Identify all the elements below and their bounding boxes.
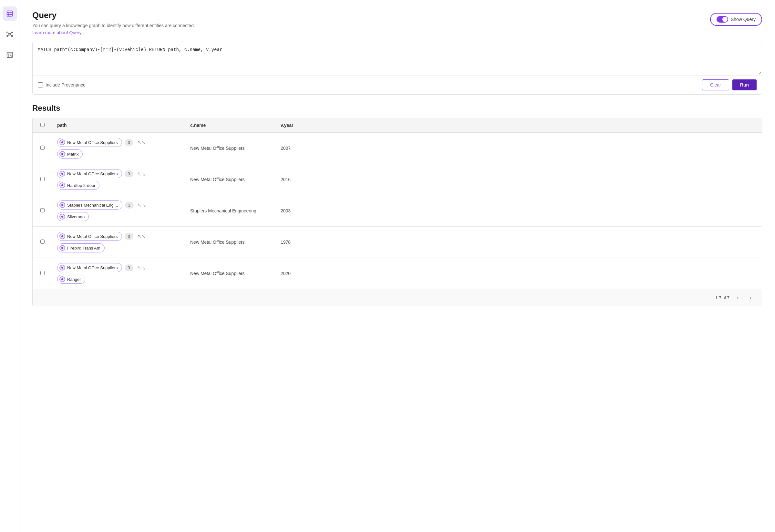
pagination-info: 1-7 of 7: [715, 295, 729, 300]
entity-badge-label: Silverado: [67, 214, 85, 219]
entity-icon: [59, 245, 65, 251]
table-row: Staplers Mechanical Engi...3↖↘SilveradoS…: [33, 195, 762, 227]
table-row: New Metal Office Suppliers3↖↘RangerNew M…: [33, 258, 762, 289]
row-cname-cell: New Metal Office Suppliers: [185, 164, 275, 195]
svg-point-8: [11, 36, 13, 37]
row-checkbox-cell: [33, 164, 52, 195]
entity-badge-node2[interactable]: Matrix: [57, 149, 83, 159]
entity-badge-node2[interactable]: Hardtop 2-door: [57, 181, 99, 190]
path-row-bottom: Matrix: [57, 149, 180, 159]
results-table-wrapper: path c.name v.year New Metal Office Supp…: [32, 118, 762, 306]
header-vyear: v.year: [275, 118, 762, 133]
entity-badge-label: New Metal Office Suppliers: [67, 234, 118, 239]
query-footer: Include Provenance Clear Run: [33, 75, 762, 94]
expand-path-icon[interactable]: ↖↘: [137, 139, 146, 146]
entity-badge-label: Matrix: [67, 152, 78, 157]
entity-badge-node2[interactable]: Firebird Trans Am: [57, 243, 105, 252]
show-query-label: Show Query: [731, 17, 756, 22]
header-path: path: [52, 118, 185, 133]
provenance-label: Include Provenance: [46, 82, 86, 87]
row-checkbox[interactable]: [40, 240, 45, 244]
sidebar: [0, 0, 19, 532]
provenance-checkbox[interactable]: [38, 82, 43, 87]
expand-path-icon[interactable]: ↖↘: [137, 265, 146, 271]
table-row: New Metal Office Suppliers3↖↘Hardtop 2-d…: [33, 164, 762, 195]
main-content: Query You can query a knowledge graph to…: [19, 0, 775, 532]
row-vyear-cell: 2007: [275, 133, 762, 164]
table-footer: 1-7 of 7 ‹ ›: [33, 289, 762, 306]
entity-badge-node1[interactable]: New Metal Office Suppliers: [57, 263, 122, 272]
row-checkbox[interactable]: [40, 271, 45, 275]
query-header-left: Query You can query a knowledge graph to…: [32, 10, 195, 42]
row-vyear-cell: 2020: [275, 258, 762, 289]
entity-badge-node1[interactable]: Staplers Mechanical Engi...: [57, 200, 122, 210]
expand-path-icon[interactable]: ↖↘: [138, 202, 146, 208]
row-path-cell: New Metal Office Suppliers3↖↘Matrix: [52, 133, 185, 164]
show-query-toggle-button[interactable]: Show Query: [710, 13, 762, 26]
svg-line-10: [10, 33, 11, 34]
path-cell: New Metal Office Suppliers3↖↘Hardtop 2-d…: [57, 169, 180, 190]
row-cname-cell: Staplers Mechanical Engineering: [185, 195, 275, 227]
entity-icon: [59, 233, 65, 239]
row-checkbox-cell: [33, 195, 52, 227]
path-row-top: New Metal Office Suppliers3↖↘: [57, 169, 180, 178]
path-row-bottom: Hardtop 2-door: [57, 181, 180, 190]
entity-badge-label: Staplers Mechanical Engi...: [67, 203, 118, 208]
entity-badge-label: Ranger: [67, 277, 81, 282]
row-path-cell: Staplers Mechanical Engi...3↖↘Silverado: [52, 195, 185, 227]
hop-count-badge: 3: [125, 264, 133, 271]
row-vyear-cell: 2016: [275, 164, 762, 195]
entity-badge-node2[interactable]: Ranger: [57, 275, 85, 284]
entity-badge-label: Hardtop 2-door: [67, 183, 95, 188]
row-path-cell: New Metal Office Suppliers3↖↘Hardtop 2-d…: [52, 164, 185, 195]
row-checkbox[interactable]: [40, 177, 45, 181]
expand-path-icon[interactable]: ↖↘: [137, 233, 146, 240]
svg-line-11: [8, 35, 9, 36]
path-cell: Staplers Mechanical Engi...3↖↘Silverado: [57, 200, 180, 221]
entity-badge-label: New Metal Office Suppliers: [67, 265, 118, 270]
svg-point-6: [11, 32, 13, 33]
entity-icon: [59, 276, 65, 282]
path-row-bottom: Firebird Trans Am: [57, 243, 180, 252]
svg-rect-13: [7, 52, 12, 58]
entity-icon: [59, 182, 65, 188]
results-title: Results: [32, 104, 762, 113]
select-all-checkbox[interactable]: [40, 123, 45, 127]
entity-badge-node2[interactable]: Silverado: [57, 212, 89, 221]
next-page-button[interactable]: ›: [746, 293, 755, 302]
query-textarea[interactable]: MATCH path=(c:Company)-[r*2]-(v:Vehicle)…: [33, 42, 762, 74]
provenance-checkbox-wrapper[interactable]: Include Provenance: [38, 82, 86, 87]
learn-more-link[interactable]: Learn more about Query: [32, 30, 82, 35]
header-checkbox-col: [33, 118, 52, 133]
hop-count-badge: 3: [125, 170, 133, 177]
row-checkbox-cell: [33, 227, 52, 258]
path-cell: New Metal Office Suppliers3↖↘Firebird Tr…: [57, 232, 180, 252]
row-cname-cell: New Metal Office Suppliers: [185, 227, 275, 258]
sidebar-item-export[interactable]: [3, 48, 17, 62]
row-checkbox[interactable]: [40, 208, 45, 212]
entity-badge-node1[interactable]: New Metal Office Suppliers: [57, 169, 122, 178]
expand-path-icon[interactable]: ↖↘: [137, 171, 146, 177]
prev-page-button[interactable]: ‹: [733, 293, 742, 302]
row-path-cell: New Metal Office Suppliers3↖↘Firebird Tr…: [52, 227, 185, 258]
sidebar-item-graph[interactable]: [3, 27, 17, 41]
path-row-top: New Metal Office Suppliers3↖↘: [57, 263, 180, 272]
sidebar-item-table[interactable]: [3, 6, 17, 21]
entity-icon: [59, 139, 65, 145]
path-row-bottom: Silverado: [57, 212, 180, 221]
query-box: MATCH path=(c:Company)-[r*2]-(v:Vehicle)…: [32, 42, 762, 95]
row-checkbox[interactable]: [40, 146, 45, 150]
toggle-switch: [717, 16, 728, 23]
table-header: path c.name v.year: [33, 118, 762, 133]
svg-rect-0: [7, 11, 12, 16]
run-button[interactable]: Run: [732, 79, 757, 90]
entity-badge-node1[interactable]: New Metal Office Suppliers: [57, 232, 122, 241]
hop-count-badge: 3: [125, 139, 133, 146]
svg-point-5: [6, 32, 8, 33]
row-cname-cell: New Metal Office Suppliers: [185, 133, 275, 164]
toggle-knob: [722, 17, 728, 22]
query-header-row: Query You can query a knowledge graph to…: [32, 10, 762, 42]
svg-line-9: [8, 33, 9, 34]
entity-badge-node1[interactable]: New Metal Office Suppliers: [57, 138, 122, 147]
clear-button[interactable]: Clear: [702, 79, 729, 90]
